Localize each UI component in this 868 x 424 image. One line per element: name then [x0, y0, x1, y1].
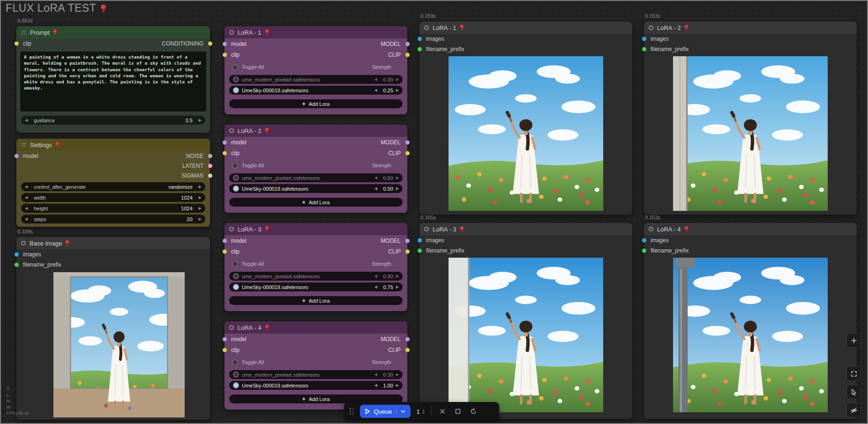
node-lora-power-loader[interactable]: LoRA - 1 model MODEL clip CLIP Toggle Al… [224, 26, 407, 114]
toggle-all-switch[interactable] [232, 261, 238, 267]
decrement-icon[interactable]: ◀ [25, 206, 28, 210]
lora-enable-toggle[interactable] [233, 273, 239, 279]
toggle-all-switch[interactable] [232, 359, 238, 365]
images-input-dot[interactable] [642, 37, 646, 41]
preview-image[interactable] [449, 258, 603, 412]
increment-icon[interactable]: ▶ [396, 383, 399, 387]
model-input-dot[interactable] [223, 337, 227, 341]
conditioning-output-dot[interactable] [208, 42, 212, 46]
model-output-dot[interactable] [405, 238, 410, 243]
images-input-dot[interactable] [15, 253, 19, 257]
node-lora-power-loader[interactable]: LoRA - 3 model MODEL clip CLIP Toggle Al… [224, 223, 407, 311]
clip-input-dot[interactable] [223, 52, 227, 57]
lora-enable-toggle[interactable] [233, 186, 239, 192]
collapse-icon[interactable] [649, 25, 653, 30]
filename-prefix-input-dot[interactable] [15, 263, 19, 267]
model-input-dot[interactable] [223, 140, 227, 144]
lora-enable-toggle[interactable] [233, 284, 239, 290]
node-header[interactable]: LoRA - 1 [224, 26, 407, 38]
count-spinners[interactable]: ▲ ▼ [422, 409, 425, 414]
node-header[interactable]: LoRA - 2 [644, 22, 857, 34]
select-tool-button[interactable] [846, 385, 861, 399]
node-lora-power-loader[interactable]: LoRA - 2 model MODEL clip CLIP Toggle Al… [224, 125, 407, 213]
increment-icon[interactable]: ▶ [396, 186, 399, 191]
lora-enable-toggle[interactable] [233, 372, 239, 378]
model-output-dot[interactable] [405, 42, 410, 46]
preview-image[interactable] [53, 272, 185, 417]
fit-view-button[interactable] [846, 366, 861, 381]
node-header[interactable]: LoRA - 4 [644, 223, 857, 235]
collapse-icon[interactable] [229, 30, 234, 35]
increment-icon[interactable]: ▶ [199, 195, 202, 200]
lora-enable-toggle[interactable] [233, 76, 239, 82]
model-output-dot[interactable] [405, 140, 410, 144]
batch-count-input[interactable]: 1 ▲ ▼ [417, 408, 425, 415]
lora-entry-umesky[interactable]: UmeSky-000019.safetensors ◀ 0.50 ▶ [229, 184, 403, 193]
decrement-icon[interactable]: ◀ [374, 88, 377, 92]
lora-entry-umesky[interactable]: UmeSky-000019.safetensors ◀ 1.00 ▶ [229, 381, 403, 390]
node-settings[interactable]: Settings model NOISE LATENT SIGMAS ◀ con… [16, 139, 210, 227]
node-lora-power-loader[interactable]: LoRA - 4 model MODEL clip CLIP Toggle Al… [224, 321, 407, 409]
collapse-icon[interactable] [424, 25, 429, 30]
noise-output-dot[interactable] [208, 154, 212, 158]
decrement-icon[interactable]: ◀ [25, 195, 28, 200]
clip-output-dot[interactable] [405, 249, 410, 253]
collapse-icon[interactable] [424, 227, 429, 231]
node-image-preview[interactable]: 0.153s LoRA - 4 images filename_prefix [644, 223, 857, 419]
queue-button[interactable]: Queue [360, 405, 411, 418]
filename-prefix-input-dot[interactable] [418, 249, 422, 253]
latent-output-dot[interactable] [208, 164, 212, 168]
add-lora-button[interactable]: + Add Lora [229, 99, 403, 108]
collapse-icon[interactable] [649, 227, 653, 231]
drag-handle-icon[interactable] [350, 408, 354, 415]
node-header[interactable]: Settings [16, 139, 210, 151]
node-header[interactable]: Prompt [16, 26, 210, 38]
collapse-icon[interactable] [21, 241, 26, 245]
collapse-icon[interactable] [229, 325, 234, 330]
widget-steps[interactable]: ◀ steps 20 ▶ [21, 215, 205, 223]
decrement-icon[interactable]: ◀ [25, 217, 28, 221]
increment-icon[interactable]: ▶ [396, 274, 399, 278]
filename-prefix-input-dot[interactable] [642, 47, 646, 52]
decrement-icon[interactable]: ◀ [25, 185, 28, 189]
decrement-icon[interactable]: ◀ [374, 383, 377, 387]
clip-input-dot[interactable] [223, 151, 227, 155]
lora-enable-toggle[interactable] [233, 175, 239, 181]
model-output-dot[interactable] [405, 337, 410, 341]
images-input-dot[interactable] [418, 238, 422, 243]
node-grip-icon[interactable] [21, 30, 26, 35]
increment-icon[interactable]: ▶ [396, 77, 399, 82]
increment-icon[interactable]: ▶ [396, 372, 399, 377]
lora-entry-pixelart[interactable]: ume_modern_pixelart.safetensors ◀ 0.30 ▶ [229, 75, 403, 84]
node-image-preview[interactable]: 0.163s LoRA - 2 images filename_prefix [644, 22, 857, 215]
refresh-button[interactable] [469, 407, 478, 416]
decrement-icon[interactable]: ◀ [374, 372, 377, 377]
filename-prefix-input-dot[interactable] [418, 47, 422, 52]
lora-entry-pixelart[interactable]: ume_modern_pixelart.safetensors ◀ 0.30 ▶ [229, 370, 403, 379]
filename-prefix-input-dot[interactable] [642, 249, 646, 253]
count-down-icon[interactable]: ▼ [422, 411, 425, 414]
model-input-dot[interactable] [223, 238, 227, 243]
collapse-icon[interactable] [229, 227, 234, 231]
node-header[interactable]: LoRA - 4 [224, 321, 407, 334]
preview-image[interactable] [449, 56, 603, 211]
prompt-textarea[interactable]: A painting of a woman in a white dress s… [20, 52, 206, 112]
node-image-preview[interactable]: 0.159s LoRA - 1 images filename_prefix [419, 22, 632, 215]
images-input-dot[interactable] [642, 238, 646, 243]
node-header[interactable]: Base Image [16, 237, 210, 249]
node-base-image[interactable]: 0.339s Base Image images filename_prefix [16, 237, 210, 420]
increment-icon[interactable]: ▶ [396, 88, 399, 92]
lora-entry-umesky[interactable]: UmeSky-000019.safetensors ◀ 0.75 ▶ [229, 283, 403, 291]
add-lora-button[interactable]: + Add Lora [229, 198, 403, 207]
increment-icon[interactable]: ▶ [396, 285, 399, 289]
clip-input-dot[interactable] [223, 249, 227, 253]
collapse-icon[interactable] [229, 128, 234, 133]
node-header[interactable]: LoRA - 3 [419, 223, 632, 235]
workflow-canvas[interactable]: FLUX LoRA TEST 8.853s Prompt clip CONDIT… [0, 0, 868, 424]
node-image-preview[interactable]: 0.165s LoRA - 3 images filename_prefix [419, 223, 632, 419]
sigmas-output-dot[interactable] [208, 173, 212, 178]
lora-entry-pixelart[interactable]: ume_modern_pixelart.safetensors ◀ 0.90 ▶ [229, 272, 403, 281]
clip-output-dot[interactable] [405, 151, 410, 155]
node-header[interactable]: LoRA - 1 [419, 22, 632, 34]
increment-icon[interactable]: ▶ [199, 118, 202, 122]
